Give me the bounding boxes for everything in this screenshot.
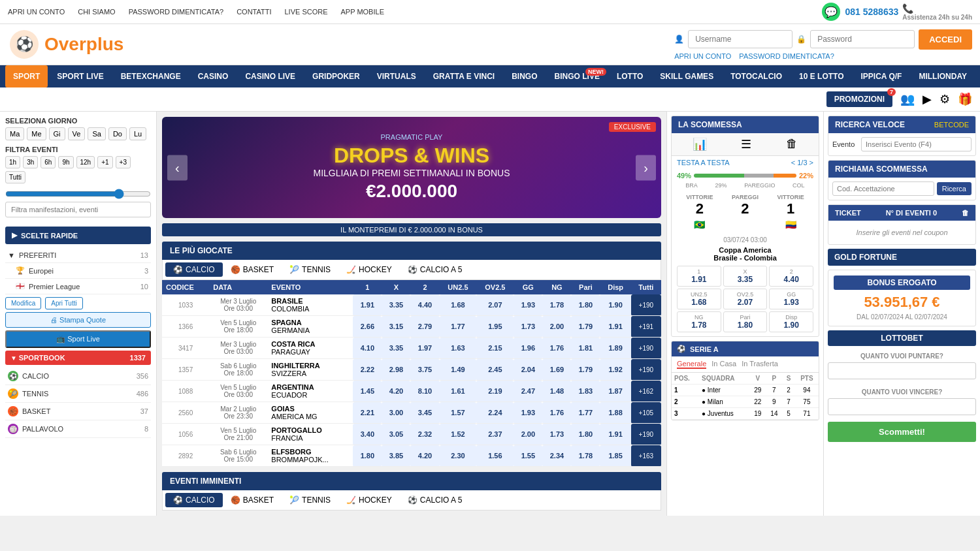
sidebar-item-europei[interactable]: 🏆 Europei 3 (5, 263, 151, 279)
sportbook-section[interactable]: ▼ SPORTBOOK 1337 (5, 351, 151, 365)
odds-2-cell[interactable]: 2.32 (410, 424, 439, 445)
sidebar-item-basket[interactable]: 🏀 BASKET 37 (5, 403, 151, 420)
odds-disp[interactable]: Disp 1.90 (769, 311, 813, 332)
day-sa[interactable]: Sa (88, 127, 105, 140)
tutti-cell[interactable]: +190 (631, 424, 661, 445)
filter-plus1[interactable]: +1 (97, 156, 112, 168)
tutti-cell[interactable]: +105 (631, 402, 661, 424)
tab-tennis[interactable]: 🎾 TENNIS (282, 262, 338, 277)
odds-gg-cell[interactable]: 1.96 (514, 338, 542, 359)
odds-ng-cell[interactable]: 2.00 (542, 316, 571, 338)
tab-calcio[interactable]: ⚽ CALCIO (165, 262, 223, 277)
banner-next-button[interactable]: › (636, 155, 656, 180)
gold-fortune-section[interactable]: GOLD FORTUNE (828, 249, 976, 266)
odds-2-cell[interactable]: 8.10 (410, 381, 439, 402)
filter-manifestazioni-input[interactable] (5, 202, 151, 217)
odds-disp-cell[interactable]: 1.91 (600, 316, 630, 338)
lottobet-section[interactable]: LOTTOBET (828, 330, 976, 346)
odds-gg-cell[interactable]: 1.93 (514, 402, 542, 424)
odds-x-cell[interactable]: 3.35 (382, 294, 410, 316)
odds-1-cell[interactable]: 2.22 (353, 359, 382, 381)
filter-tutti[interactable]: Tutti (5, 171, 25, 183)
odds-pari-cell[interactable]: 1.77 (571, 402, 600, 424)
nav-betexchange[interactable]: BETEXCHANGE (113, 65, 189, 87)
tab-hockey[interactable]: 🏒 HOCKEY (338, 262, 400, 277)
odds-ov25[interactable]: OV2.5 2.07 (723, 289, 768, 309)
day-gi[interactable]: Gi (49, 127, 65, 140)
odds-ng-cell[interactable]: 1.48 (542, 381, 571, 402)
odds-gg-cell[interactable]: 1.55 (514, 445, 542, 467)
eventi-tab-hockey[interactable]: 🏒 HOCKEY (338, 493, 400, 507)
odds-2-cell[interactable]: 4.20 (410, 445, 439, 467)
topbar-link-pwd[interactable]: PASSWORD DIMENTICATA? (129, 8, 223, 16)
delete-icon[interactable]: 🗑 (786, 137, 798, 151)
odds-x-cell[interactable]: 3.35 (382, 338, 410, 359)
stampa-quote-button[interactable]: 🖨 Stampa Quote (5, 312, 151, 328)
users-icon[interactable]: 👥 (900, 92, 915, 106)
odds-pari-cell[interactable]: 1.80 (571, 424, 600, 445)
sa-tab-generale[interactable]: Generale (677, 360, 706, 369)
odds-gg[interactable]: GG 1.93 (769, 289, 813, 309)
settings-icon[interactable]: ⚙ (939, 92, 950, 106)
sidebar-item-premier[interactable]: 🏴󠁧󠁢󠁥󠁮󠁧󠁿 Premier League 10 (5, 279, 151, 294)
list-icon[interactable]: ☰ (741, 137, 751, 151)
tutti-cell[interactable]: +163 (631, 445, 661, 467)
odds-pari-cell[interactable]: 1.80 (571, 294, 600, 316)
topbar-link-apri[interactable]: APRI UN CONTO (8, 8, 65, 16)
odds-x-cell[interactable]: 2.98 (382, 359, 410, 381)
odds-x-cell[interactable]: 3.15 (382, 316, 410, 338)
odds-ng-cell[interactable]: 1.73 (542, 424, 571, 445)
odds-ov-cell[interactable]: 2.37 (476, 424, 514, 445)
banner-prev-button[interactable]: ‹ (167, 155, 188, 180)
odds-ng-cell[interactable]: 1.69 (542, 359, 571, 381)
nav-lotto[interactable]: LOTTO (609, 65, 651, 87)
odds-2-cell[interactable]: 4.40 (410, 294, 439, 316)
odds-disp-cell[interactable]: 1.88 (600, 402, 630, 424)
odds-1-cell[interactable]: 2.66 (353, 316, 382, 338)
odds-gg-cell[interactable]: 2.00 (514, 424, 542, 445)
header-link-apri[interactable]: APRI UN CONTO (674, 52, 731, 60)
odds-un-cell[interactable]: 1.61 (440, 381, 477, 402)
nav-bingo-live[interactable]: BINGO LIVE NEW! (547, 65, 608, 87)
odds-disp-cell[interactable]: 1.89 (600, 338, 630, 359)
day-lu[interactable]: Lu (129, 127, 146, 140)
day-ma[interactable]: Ma (5, 127, 24, 140)
topbar-link-live[interactable]: LIVE SCORE (285, 8, 328, 16)
odds-x-cell[interactable]: 3.85 (382, 445, 410, 467)
video-icon[interactable]: ▶ (923, 92, 932, 106)
username-input[interactable] (688, 30, 792, 48)
nav-millionday[interactable]: MILLIONDAY (911, 65, 975, 87)
odds-gg-cell[interactable]: 2.47 (514, 381, 542, 402)
odds-pari-cell[interactable]: 1.81 (571, 338, 600, 359)
sidebar-item-pallavolo[interactable]: 🏐 PALLAVOLO 8 (5, 420, 151, 438)
odds-pari-cell[interactable]: 1.79 (571, 316, 600, 338)
odds-x[interactable]: X 3.35 (723, 266, 768, 287)
nav-sport[interactable]: SPORT (5, 65, 48, 87)
filter-6h[interactable]: 6h (41, 156, 56, 168)
odds-disp-cell[interactable]: 1.85 (600, 445, 630, 467)
odds-gg-cell[interactable]: 1.93 (514, 294, 542, 316)
odds-gg-cell[interactable]: 2.04 (514, 359, 542, 381)
odds-ov-cell[interactable]: 2.15 (476, 338, 514, 359)
nav-gratta[interactable]: GRATTA E VINCI (425, 65, 502, 87)
odds-un-cell[interactable]: 1.63 (440, 338, 477, 359)
tutti-cell[interactable]: +190 (631, 359, 661, 381)
odds-un-cell[interactable]: 1.68 (440, 294, 477, 316)
nav-10elotto[interactable]: 10 E LOTTO (791, 65, 851, 87)
odds-un-cell[interactable]: 1.57 (440, 402, 477, 424)
header-link-pwd[interactable]: PASSWORD DIMENTICATA? (739, 52, 834, 60)
nav-pages[interactable]: < 1/3 > (791, 159, 813, 166)
odds-2[interactable]: 2 4.40 (769, 266, 813, 287)
eventi-tab-calcio[interactable]: ⚽ CALCIO (165, 493, 223, 507)
betcode-link[interactable]: BETCODE (934, 121, 969, 129)
filter-3h[interactable]: 3h (23, 156, 38, 168)
odds-ng-cell[interactable]: 1.76 (542, 338, 571, 359)
sidebar-item-tennis[interactable]: 🎾 TENNIS 486 (5, 385, 151, 403)
odds-pari-cell[interactable]: 1.78 (571, 445, 600, 467)
odds-pari-cell[interactable]: 1.79 (571, 359, 600, 381)
evento-input[interactable] (861, 137, 972, 151)
odds-ov-cell[interactable]: 2.45 (476, 359, 514, 381)
tutti-cell[interactable]: +162 (631, 381, 661, 402)
quanto-puntare-input[interactable] (828, 362, 976, 379)
nav-casino-live[interactable]: CASINO LIVE (237, 65, 303, 87)
